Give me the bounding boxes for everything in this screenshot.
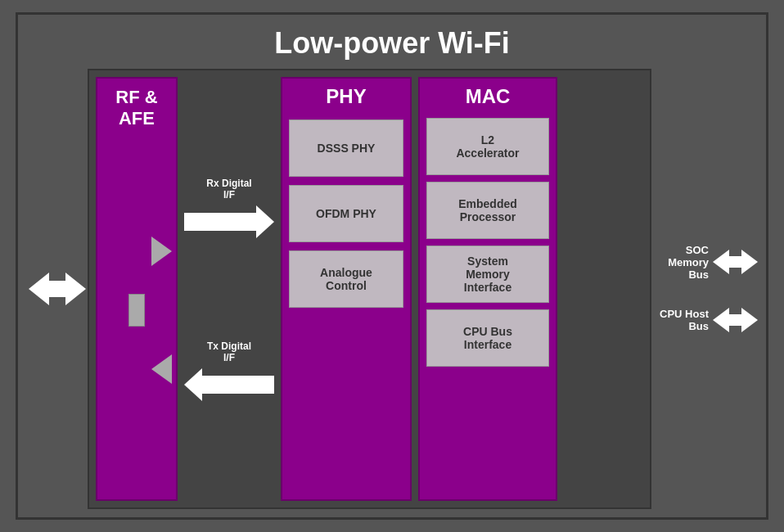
cpu-bus-arrow bbox=[713, 305, 758, 335]
rf-afe-inner bbox=[101, 129, 172, 491]
cpu-arrow-body bbox=[724, 314, 746, 326]
mac-title: MAC bbox=[466, 85, 511, 108]
embedded-processor-box: EmbeddedProcessor bbox=[426, 182, 549, 239]
dsss-phy-box: DSSS PHY bbox=[289, 119, 403, 177]
system-memory-interface-box: SystemMemoryInterface bbox=[426, 246, 549, 303]
cpu-bus-interface-box: CPU BusInterface bbox=[426, 309, 549, 367]
analogue-control-box: AnalogueControl bbox=[289, 250, 403, 308]
tx-label: Tx DigitalI/F bbox=[207, 340, 251, 363]
inner-diagram-box: RF &AFE Rx DigitalI/F bbox=[88, 69, 651, 509]
rx-triangle-icon bbox=[151, 237, 172, 266]
ofdm-phy-box: OFDM PHY bbox=[289, 185, 403, 242]
phy-title: PHY bbox=[326, 85, 366, 108]
cpu-bus-label: CPU HostBus bbox=[656, 308, 709, 332]
phy-column: PHY DSSS PHY OFDM PHY AnalogueControl bbox=[281, 77, 412, 501]
main-container: Low-power Wi-Fi RF &AFE bbox=[16, 12, 768, 520]
connector-area bbox=[128, 294, 145, 327]
soc-arrow-body bbox=[724, 256, 746, 268]
rx-arrow bbox=[184, 205, 274, 238]
rx-arrow-head-icon bbox=[256, 205, 274, 238]
rx-arrow-body bbox=[184, 213, 261, 231]
rx-triangle-row bbox=[101, 233, 172, 269]
rx-label: Rx DigitalI/F bbox=[206, 178, 251, 201]
tx-arrow-head-icon bbox=[184, 368, 202, 401]
tx-arrow-body bbox=[197, 376, 274, 394]
l2-accelerator-box: L2Accelerator bbox=[426, 118, 549, 175]
right-arrows-area: SOC MemoryBus CPU HostBus bbox=[651, 244, 758, 335]
cpu-bus-block: CPU HostBus bbox=[656, 305, 758, 335]
soc-bus-block: SOC MemoryBus bbox=[656, 244, 758, 281]
tx-triangle-row bbox=[101, 351, 172, 387]
soc-bus-arrow bbox=[713, 247, 758, 277]
soc-bus-label: SOC MemoryBus bbox=[656, 244, 709, 281]
arrow-body bbox=[43, 281, 71, 297]
tx-signal-block: Tx DigitalI/F bbox=[184, 340, 274, 401]
connector-box bbox=[128, 294, 145, 327]
rf-afe-column: RF &AFE bbox=[96, 77, 178, 501]
signals-column: Rx DigitalI/F Tx DigitalI/F bbox=[184, 77, 274, 501]
mac-column: MAC L2Accelerator EmbeddedProcessor Syst… bbox=[418, 77, 557, 501]
rf-afe-title: RF &AFE bbox=[115, 87, 157, 129]
tx-triangle-icon bbox=[151, 354, 172, 384]
main-title: Low-power Wi-Fi bbox=[18, 15, 766, 69]
rx-signal-block: Rx DigitalI/F bbox=[184, 178, 274, 238]
left-bidir-arrow-area bbox=[26, 69, 88, 509]
tx-arrow bbox=[184, 368, 274, 401]
left-bidir-arrow bbox=[29, 268, 86, 309]
diagram-area: RF &AFE Rx DigitalI/F bbox=[18, 69, 766, 517]
